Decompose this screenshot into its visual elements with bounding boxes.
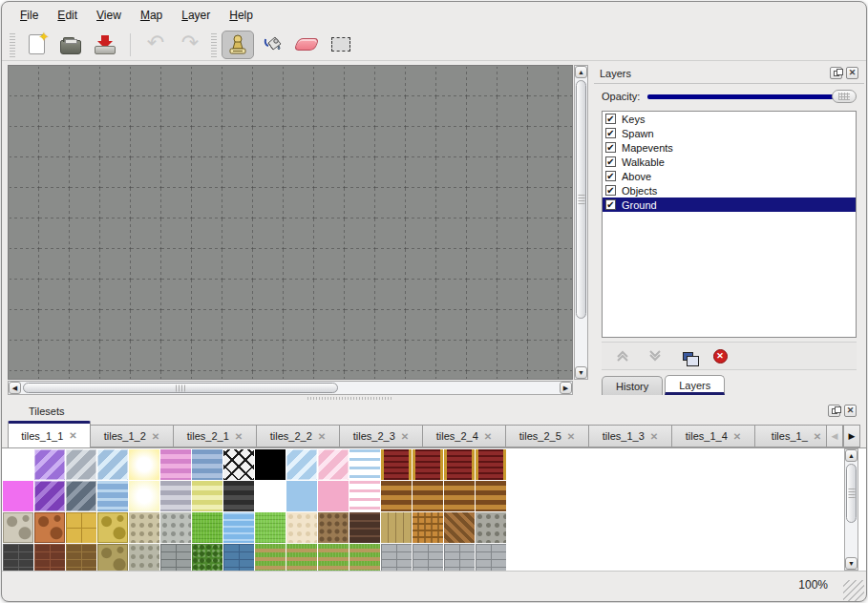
float-panel-button[interactable] <box>830 67 842 79</box>
tile[interactable] <box>349 449 380 480</box>
tab-scroll-left-button[interactable]: ◀ <box>826 425 843 447</box>
layer-visibility-checkbox[interactable]: ✔ <box>605 185 616 196</box>
tile[interactable] <box>413 544 443 571</box>
tile[interactable] <box>381 512 412 543</box>
tile[interactable] <box>444 449 475 480</box>
tile[interactable] <box>318 544 349 571</box>
tile[interactable] <box>66 481 96 511</box>
map-canvas[interactable] <box>8 65 573 380</box>
close-tab-icon[interactable]: ✕ <box>733 431 741 442</box>
tile[interactable] <box>129 481 159 511</box>
close-tab-icon[interactable]: ✕ <box>152 431 159 442</box>
tile[interactable] <box>255 481 286 511</box>
tile[interactable] <box>223 481 254 511</box>
close-tab-icon[interactable]: ✕ <box>69 430 76 441</box>
close-tilesets-button[interactable]: ✕ <box>844 405 857 417</box>
tile[interactable] <box>349 544 380 571</box>
tile[interactable] <box>129 449 159 480</box>
lower-layer-button[interactable] <box>646 346 665 365</box>
tile[interactable] <box>34 449 65 480</box>
menu-help[interactable]: Help <box>221 6 262 25</box>
tile[interactable] <box>3 544 33 571</box>
tile[interactable] <box>192 481 222 511</box>
tile[interactable] <box>192 449 222 480</box>
tile[interactable] <box>160 544 191 571</box>
tile[interactable] <box>66 512 96 543</box>
tile[interactable] <box>97 481 128 511</box>
tile[interactable] <box>318 449 349 480</box>
layer-visibility-checkbox[interactable]: ✔ <box>605 171 616 181</box>
layer-visibility-checkbox[interactable]: ✔ <box>605 156 616 167</box>
close-tab-icon[interactable]: ✕ <box>235 431 243 442</box>
toolbar-grip-2[interactable] <box>211 32 217 57</box>
tile[interactable] <box>444 481 475 511</box>
layer-row-walkable[interactable]: ✔Walkable <box>603 155 856 169</box>
opacity-slider-handle[interactable] <box>832 90 857 103</box>
menu-map[interactable]: Map <box>132 6 171 25</box>
scroll-up-button[interactable]: ▲ <box>845 449 857 462</box>
resize-grip-icon[interactable] <box>843 580 864 601</box>
tile[interactable] <box>66 544 96 571</box>
fill-tool-button[interactable] <box>256 31 288 59</box>
tile[interactable] <box>255 544 286 571</box>
tile[interactable] <box>192 544 222 571</box>
undo-button[interactable]: ↶ <box>139 31 172 59</box>
tile[interactable] <box>318 512 349 543</box>
layer-visibility-checkbox[interactable]: ✔ <box>605 114 616 124</box>
tile[interactable] <box>3 512 33 543</box>
tile[interactable] <box>349 512 380 543</box>
layer-row-keys[interactable]: ✔Keys <box>603 112 856 126</box>
layer-row-ground[interactable]: ✔Ground <box>603 198 856 212</box>
tile[interactable] <box>97 512 128 543</box>
tile[interactable] <box>349 481 380 511</box>
tile[interactable] <box>223 449 254 480</box>
tile[interactable] <box>476 512 506 543</box>
layer-row-spawn[interactable]: ✔Spawn <box>603 126 856 140</box>
tile[interactable] <box>286 544 317 571</box>
tile[interactable] <box>160 449 191 480</box>
float-tilesets-button[interactable] <box>828 405 840 417</box>
vertical-scroll-thumb[interactable] <box>576 80 586 319</box>
tile[interactable] <box>286 481 317 511</box>
tile[interactable] <box>476 544 506 571</box>
duplicate-layer-button[interactable] <box>678 346 697 365</box>
layer-visibility-checkbox[interactable]: ✔ <box>605 142 616 153</box>
close-tab-icon[interactable]: ✕ <box>650 431 658 442</box>
tile[interactable] <box>66 449 96 480</box>
eraser-tool-button[interactable] <box>290 31 323 59</box>
tileset-tab-tiles_1_1[interactable]: tiles_1_1✕ <box>8 421 91 447</box>
tile[interactable] <box>286 512 317 543</box>
tileset-tab-tiles_1_4[interactable]: tiles_1_4✕ <box>672 425 755 447</box>
stamp-tool-button[interactable] <box>222 31 254 59</box>
canvas-horizontal-scrollbar[interactable]: ◀ ▶ <box>8 381 573 395</box>
save-map-button[interactable] <box>89 31 121 59</box>
horizontal-scroll-thumb[interactable] <box>23 383 338 393</box>
splitter-grip[interactable] <box>307 397 393 400</box>
new-map-button[interactable]: ✦ <box>20 31 53 59</box>
scroll-right-button[interactable]: ▶ <box>560 382 572 394</box>
scroll-left-button[interactable]: ◀ <box>9 382 21 394</box>
redo-button[interactable]: ↷ <box>174 31 206 59</box>
tile[interactable] <box>160 481 191 511</box>
tileset-tab-tiles_1_[interactable]: tiles_1_✕ <box>755 425 827 447</box>
tile[interactable] <box>381 449 412 480</box>
tile[interactable] <box>3 481 33 511</box>
scroll-down-button[interactable]: ▼ <box>845 557 857 570</box>
select-tool-button[interactable] <box>325 31 357 59</box>
close-tab-icon[interactable]: ✕ <box>567 431 575 442</box>
close-tab-icon[interactable]: ✕ <box>318 431 326 442</box>
tileset-tab-tiles_2_2[interactable]: tiles_2_2✕ <box>257 425 340 447</box>
tile[interactable] <box>192 512 222 543</box>
tab-layers[interactable]: Layers <box>665 375 725 395</box>
layer-row-mapevents[interactable]: ✔Mapevents <box>603 140 856 155</box>
layer-row-above[interactable]: ✔Above <box>603 169 856 183</box>
canvas-vertical-scrollbar[interactable]: ▲ ▼ <box>574 65 588 380</box>
tile[interactable] <box>286 449 317 480</box>
delete-layer-button[interactable]: ✕ <box>710 346 730 365</box>
tileset-tab-tiles_2_5[interactable]: tiles_2_5✕ <box>506 425 589 447</box>
tileset-tab-tiles_2_3[interactable]: tiles_2_3✕ <box>340 425 423 447</box>
menu-file[interactable]: File <box>11 6 47 25</box>
tile[interactable] <box>97 544 128 571</box>
layer-row-objects[interactable]: ✔Objects <box>603 183 856 198</box>
raise-layer-button[interactable] <box>613 346 632 365</box>
